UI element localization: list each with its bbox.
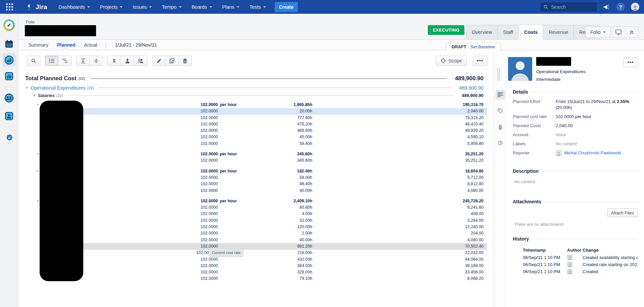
view-summary[interactable]: Summary (28, 42, 48, 48)
cost-group-row[interactable]: ▼102.0000per hour2,409.10h245,728.20 (25, 198, 487, 204)
sidebar-item-teams[interactable] (2, 91, 16, 105)
cost-row[interactable]: 102.000079.10h8,068.20 (25, 275, 487, 282)
nav-item-projects[interactable]: Projects (100, 4, 123, 10)
cost-cell: 39,168.00 (312, 263, 487, 269)
cost-cell: 79,315.20 (312, 115, 487, 121)
details-tab-icon[interactable] (496, 90, 505, 99)
field-planned-cost-rate: Planned cost rate 102.0000 per hour (513, 114, 638, 120)
view-actual[interactable]: Actual (84, 42, 97, 48)
delete-button[interactable] (178, 56, 192, 66)
hours-cell: 2,409.10h (239, 198, 312, 204)
presentation-mode-button[interactable] (612, 27, 625, 38)
app-switcher-icon[interactable] (6, 3, 13, 10)
nav-item-tempo[interactable]: Tempo (162, 4, 182, 10)
table-more-button[interactable]: ••• (473, 56, 488, 66)
hours-cell: 182.40h (239, 168, 312, 174)
cost-cell: 18,604.80 (312, 168, 487, 174)
cost-group-row[interactable]: ▼102.0000per hour182.40h18,604.80 (25, 168, 487, 174)
attachments-tab-icon[interactable] (496, 122, 505, 132)
table-search-button[interactable] (27, 56, 40, 66)
set-baseline-link[interactable]: Set Baseline (470, 44, 495, 49)
announcements-megaphone-icon[interactable] (603, 4, 610, 10)
cost-row[interactable]: 102.0000384.00h39,168.00 (25, 263, 487, 269)
scope-button[interactable]: Scope (436, 56, 467, 66)
group-view-button[interactable] (134, 56, 147, 66)
cost-row[interactable]: 102.000080.80h8,241.60 (25, 204, 487, 211)
flat-list-view-button[interactable] (45, 56, 58, 66)
cost-row[interactable]: 102.0000475.20h48,470.40 (25, 121, 487, 127)
panel-more-button[interactable]: ••• (623, 58, 638, 67)
nav-item-dashboards[interactable]: Dashboards (59, 4, 90, 10)
tab-costs[interactable]: Costs (519, 24, 543, 40)
edit-button[interactable] (152, 56, 166, 66)
cost-group-row[interactable]: ▼102.0000per hour345.60h35,251.20 (25, 151, 487, 157)
cost-cell: 22,032.00 (312, 250, 487, 256)
cost-row[interactable]: 102.0000345.60h35,251.20 (25, 157, 487, 164)
cost-row[interactable]: 102.00002.00h204.00 (25, 230, 487, 237)
cost-row[interactable]: 102.000058.40h5,956.80 (25, 141, 487, 147)
sidebar-item-people[interactable] (2, 109, 16, 123)
attach-files-button[interactable]: Attach Files (607, 208, 638, 217)
gear-icon (4, 133, 14, 143)
subcategory-row[interactable]: ▼ Salaries (22) 489,900.90 (25, 92, 487, 99)
cost-row[interactable]: 102.000056.00h5,712.00 (25, 174, 487, 181)
collapse-caret-icon[interactable]: ▼ (33, 94, 36, 97)
folio-menu-button[interactable]: Folio (586, 27, 610, 38)
cost-row[interactable]: 102.00216.00h22,032.00Current cost rate (25, 250, 487, 256)
nav-item-boards[interactable]: Boards (192, 4, 212, 10)
hours-cell: 345.60h (239, 151, 312, 157)
sidebar-item-settings[interactable] (2, 131, 16, 145)
nav-item-tests[interactable]: Tests (249, 4, 266, 10)
cost-row[interactable]: 102.000086.40h8,812.80 (25, 181, 487, 187)
copy-export-button[interactable] (165, 56, 179, 66)
cost-row[interactable]: 102.0000328.00h33,456.00 (25, 269, 487, 275)
category-row[interactable]: ▼ Operational Expenditures (22) 489,900.… (25, 84, 487, 92)
view-planned[interactable]: Planned (57, 42, 75, 48)
description-lines-icon (498, 92, 503, 97)
tab-staff[interactable]: Staff (498, 25, 519, 40)
user-avatar[interactable] (631, 3, 639, 11)
labels-tab-icon[interactable] (496, 106, 505, 115)
cost-row[interactable]: 102.000045.05h4,595.10 (25, 134, 487, 140)
nav-item-issues[interactable]: Issues (133, 4, 152, 10)
sidebar-item-folio-active[interactable] (2, 53, 16, 67)
cost-row[interactable]: 102.000040.00h4,080.00 (25, 237, 487, 243)
sidebar-item-calendar[interactable] (2, 37, 16, 51)
jira-logo[interactable]: Jira (26, 3, 47, 11)
sidebar-item-tempo-home[interactable]: ✔ (2, 18, 16, 32)
expand-all-button[interactable] (76, 56, 90, 66)
cost-row[interactable]: 102.00004.00h408.00 (25, 211, 487, 217)
reporter-avatar (556, 150, 562, 156)
collapse-header-button[interactable] (625, 27, 638, 38)
nav-item-plans[interactable]: Plans (222, 4, 239, 10)
sidebar-item-reports[interactable] (2, 69, 16, 83)
double-chevron-up-icon (629, 30, 634, 35)
hours-cell: 328.00h (239, 269, 312, 275)
cost-group-row[interactable]: ▼102.0000per hour1,865.85h190,316.70 (25, 102, 487, 108)
cost-row[interactable]: 102.0000120.00h12,240.00 (25, 224, 487, 230)
history-tab-icon[interactable] (496, 138, 505, 148)
panel-resize-handle[interactable] (498, 68, 500, 81)
create-button[interactable]: Create (275, 2, 298, 12)
currency-view-button[interactable]: $ (107, 56, 121, 66)
tab-revenue[interactable]: Revenue (543, 25, 574, 40)
collapse-caret-icon[interactable]: ▼ (25, 86, 29, 90)
cost-row[interactable]: 102.0000489.60h49,939.20 (25, 127, 487, 134)
tree-list-view-button[interactable] (58, 56, 72, 66)
help-icon[interactable]: ? (616, 3, 625, 11)
cost-row[interactable]: 102.0000691.20h70,502.40 (25, 243, 487, 250)
people-icon (137, 58, 144, 63)
person-view-button[interactable] (121, 56, 134, 66)
cost-row[interactable]: 102.0000432.00h44,064.00 (25, 256, 487, 263)
hours-cell: 40.00h (239, 237, 312, 243)
folio-title-redacted (25, 25, 96, 36)
cost-row[interactable]: 102.000040.00h4,080.00 (25, 188, 487, 194)
cost-row[interactable]: 102.000032.00h3,264.00 (25, 217, 487, 224)
reporter-link[interactable]: Michal Chudzinski-Pawlowski (564, 150, 621, 156)
date-range[interactable]: 1/Jul/21 - 29/Nov/21 (115, 42, 157, 48)
global-search-input[interactable]: Search (541, 2, 597, 11)
tab-overview[interactable]: Overview (466, 25, 498, 40)
collapse-all-button[interactable] (89, 56, 103, 66)
cost-row[interactable]: 102.000020.00h2,040.00 (25, 108, 487, 114)
cost-row[interactable]: 102.0000777.60h79,315.20 (25, 115, 487, 121)
